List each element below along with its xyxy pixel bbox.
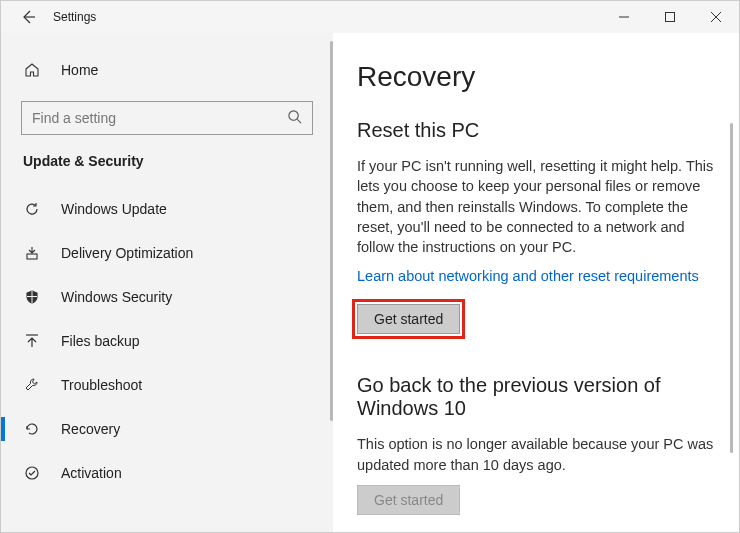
reset-get-started-button[interactable]: Get started [357,304,460,334]
home-nav[interactable]: Home [1,53,333,87]
sidebar-item-activation[interactable]: Activation [1,451,333,495]
sidebar-item-label: Windows Security [61,289,172,305]
sidebar-item-troubleshoot[interactable]: Troubleshoot [1,363,333,407]
sidebar-item-label: Delivery Optimization [61,245,193,261]
sidebar-item-windows-update[interactable]: Windows Update [1,187,333,231]
backup-icon [23,332,41,350]
close-button[interactable] [693,1,739,33]
svg-point-9 [26,467,38,479]
back-button[interactable] [19,8,37,26]
sidebar-item-label: Activation [61,465,122,481]
nav-list: Windows Update Delivery Optimization Win… [1,187,333,495]
page-title: Recovery [357,61,715,93]
maximize-button[interactable] [647,1,693,33]
svg-line-6 [297,119,301,123]
home-icon [23,61,41,79]
svg-rect-7 [27,254,37,259]
sidebar-item-label: Windows Update [61,201,167,217]
sidebar-item-label: Files backup [61,333,140,349]
content-area: Recovery Reset this PC If your PC isn't … [333,33,739,532]
activation-icon [23,464,41,482]
sidebar-item-delivery-optimization[interactable]: Delivery Optimization [1,231,333,275]
home-label: Home [61,62,98,78]
window-title: Settings [53,10,96,24]
sidebar-item-windows-security[interactable]: Windows Security [1,275,333,319]
recovery-icon [23,420,41,438]
svg-rect-2 [666,13,675,22]
reset-learn-link[interactable]: Learn about networking and other reset r… [357,268,699,284]
delivery-icon [23,244,41,262]
svg-point-5 [289,110,298,119]
titlebar: Settings [1,1,739,33]
reset-heading: Reset this PC [357,119,715,142]
goback-get-started-button: Get started [357,485,460,515]
sidebar: Home Update & Security Windows Update De… [1,33,333,532]
category-header: Update & Security [1,153,333,169]
sidebar-item-recovery[interactable]: Recovery [1,407,333,451]
sidebar-item-label: Recovery [61,421,120,437]
search-icon [287,109,302,128]
wrench-icon [23,376,41,394]
reset-body: If your PC isn't running well, resetting… [357,156,715,257]
shield-icon [23,288,41,306]
sidebar-item-label: Troubleshoot [61,377,142,393]
search-box[interactable] [21,101,313,135]
search-input[interactable] [32,110,287,126]
minimize-button[interactable] [601,1,647,33]
content-scrollbar[interactable] [730,123,733,453]
sync-icon [23,200,41,218]
goback-heading: Go back to the previous version of Windo… [357,374,715,420]
sidebar-item-files-backup[interactable]: Files backup [1,319,333,363]
goback-body: This option is no longer available becau… [357,434,715,475]
